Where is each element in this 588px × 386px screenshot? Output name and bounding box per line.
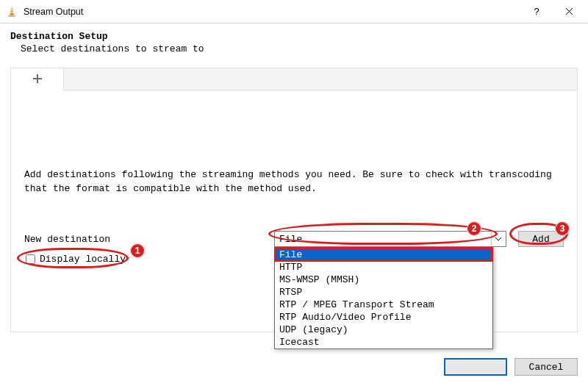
annotation-badge-3: 3 [555, 221, 570, 236]
annotation-badge-1: 1 [130, 243, 145, 258]
display-locally-checkbox[interactable] [26, 254, 35, 264]
page-title: Destination Setup [10, 31, 578, 42]
svg-rect-2 [10, 10, 14, 10]
display-locally-label: Display locally [40, 254, 126, 265]
display-locally-row: Display locally [24, 252, 126, 265]
close-icon[interactable] [553, 1, 585, 23]
tab-add[interactable] [11, 68, 64, 90]
new-destination-row: New destination File Add [24, 230, 564, 248]
next-button[interactable] [444, 358, 507, 376]
dropdown-option[interactable]: MS-WMSP (MMSH) [275, 274, 492, 286]
dialog-footer: Cancel [444, 358, 578, 376]
new-destination-label: New destination [24, 234, 274, 245]
cancel-button[interactable]: Cancel [514, 358, 578, 376]
vlc-cone-icon [6, 6, 18, 18]
titlebar: Stream Output ? [0, 0, 588, 24]
svg-marker-0 [10, 7, 14, 15]
plus-icon [32, 74, 43, 86]
destination-dropdown-list[interactable]: FileHTTPMS-WMSP (MMSH)RTSPRTP / MPEG Tra… [274, 248, 493, 349]
help-icon[interactable]: ? [520, 1, 553, 23]
dropdown-option[interactable]: File [275, 249, 492, 261]
annotation-badge-2: 2 [467, 221, 481, 236]
destination-combo-value: File [279, 234, 302, 245]
dropdown-option[interactable]: UDP (legacy) [275, 324, 492, 336]
dropdown-option[interactable]: RTSP [275, 286, 492, 299]
page-header: Destination Setup Select destinations to… [0, 24, 588, 59]
window-title: Stream Output [24, 7, 520, 17]
tabstrip [11, 68, 577, 90]
destination-panel: Add destinations following the streaming… [10, 68, 578, 332]
dropdown-option[interactable]: HTTP [275, 261, 492, 274]
svg-rect-3 [10, 12, 14, 12]
dropdown-option[interactable]: Icecast [275, 336, 492, 349]
dropdown-option[interactable]: RTP / MPEG Transport Stream [275, 299, 492, 311]
add-button-label: Add [532, 234, 549, 245]
cancel-button-label: Cancel [529, 362, 564, 373]
chevron-down-icon [491, 232, 504, 246]
dropdown-option[interactable]: RTP Audio/Video Profile [275, 311, 492, 324]
svg-rect-1 [8, 15, 15, 17]
instruction-text: Add destinations following the streaming… [24, 168, 564, 196]
page-subtitle: Select destinations to stream to [10, 43, 578, 54]
